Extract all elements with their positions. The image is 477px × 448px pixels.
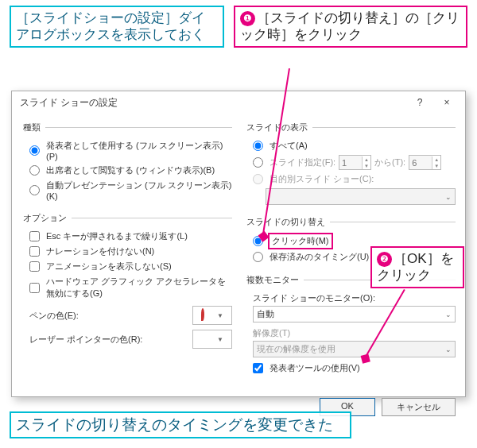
label-no-narration: ナレーションを付けない(N) [46, 245, 154, 257]
group-show-type-legend: 種類 [21, 122, 45, 133]
spin-to[interactable]: ▲▼ [409, 155, 441, 170]
step1-text: ［スライドの切り替え］の［クリック時］をクリック [240, 10, 460, 42]
check-loop-esc[interactable] [29, 231, 40, 241]
label-disable-hw-accel: ハードウェア グラフィック アクセラレータを無効にする(G) [46, 276, 232, 299]
step1-number: ❶ [240, 11, 255, 26]
group-show-options: オプション Esc キーが押されるまで繰り返す(L) ナレーションを付けない(N… [21, 212, 232, 352]
check-disable-hw-accel[interactable] [29, 283, 40, 293]
callout-step1: ❶［スライドの切り替え］の［クリック時］をクリック [234, 6, 467, 48]
select-custom-show: ⌄ [266, 188, 456, 205]
label-resolution: 解像度(T) [253, 327, 456, 339]
radio-custom-show [253, 174, 263, 184]
label-loop-esc: Esc キーが押されるまで繰り返す(L) [46, 230, 188, 242]
label-presenter-full: 発表者として使用する (フル スクリーン表示)(P) [46, 140, 232, 161]
cancel-button[interactable]: キャンセル [382, 398, 456, 416]
label-to: から(T): [374, 156, 405, 168]
radio-presenter-full[interactable] [29, 145, 40, 156]
chevron-down-icon: ⌄ [445, 311, 452, 319]
spin-from-value [339, 156, 362, 169]
chevron-down-icon: ⌄ [445, 346, 452, 353]
label-advance-timings: 保存済みのタイミング(U) [270, 251, 369, 263]
step2-number: ❷ [377, 252, 392, 267]
radio-browse-window[interactable] [29, 165, 40, 176]
check-no-animation[interactable] [29, 261, 40, 272]
laser-color-picker[interactable]: ▼ [192, 330, 232, 349]
pen-icon [201, 308, 204, 321]
group-multiple-monitors: 複数モニター スライド ショーのモニター(O): 自動 ⌄ 解像度(T) 現在の… [245, 274, 456, 377]
label-laser-color: レーザー ポインターの色(R): [29, 334, 142, 346]
titlebar: スライド ショーの設定 ? × [12, 91, 465, 114]
left-column: 種類 発表者として使用する (フル スクリーン表示)(P) 出席者として閲覧する… [21, 117, 232, 385]
chevron-down-icon: ⌄ [445, 193, 452, 201]
close-button[interactable]: × [433, 93, 460, 112]
check-no-narration[interactable] [29, 246, 40, 257]
label-no-animation: アニメーションを表示しない(S) [46, 261, 172, 272]
radio-slides-all[interactable] [253, 141, 263, 151]
group-show-slides: スライドの表示 すべて(A) スライド指定(F): ▲▼ から(T): ▲▼ 目… [245, 122, 456, 208]
callout-intro: ［スライドショーの設定］ダイアログボックスを表示しておく [10, 6, 224, 48]
slideshow-settings-dialog: スライド ショーの設定 ? × 種類 発表者として使用する (フル スクリーン表… [11, 91, 466, 397]
callout-result: スライドの切り替えのタイミングを変更できた [10, 411, 351, 438]
group-multiple-monitors-legend: 複数モニター [245, 274, 304, 286]
select-resolution: 現在の解像度を使用 ⌄ [253, 341, 456, 357]
group-advance-slides-legend: スライドの切り替え [245, 216, 330, 228]
label-custom-show: 目的別スライド ショー(C): [270, 173, 374, 185]
label-advance-click: クリック時(M) [270, 234, 332, 248]
callout-step2: ❷［OK］をクリック [370, 246, 464, 288]
chevron-down-icon: ▼ [217, 336, 223, 343]
label-presenter-view: 発表者ツールの使用(V) [270, 362, 360, 374]
help-button[interactable]: ? [406, 93, 433, 112]
radio-kiosk-full[interactable] [29, 185, 40, 195]
select-monitor-value: 自動 [257, 308, 274, 320]
dialog-title: スライド ショーの設定 [20, 96, 406, 110]
label-slides-range: スライド指定(F): [270, 156, 335, 168]
chevron-down-icon: ▼ [217, 312, 223, 319]
label-browse-window: 出席者として閲覧する (ウィンドウ表示)(B) [46, 164, 215, 176]
label-pen-color: ペンの色(E): [29, 310, 79, 322]
spin-from[interactable]: ▲▼ [339, 155, 371, 170]
spin-to-value [409, 156, 432, 169]
label-kiosk-full: 自動プレゼンテーション (フル スクリーン表示)(K) [46, 180, 232, 201]
select-monitor[interactable]: 自動 ⌄ [253, 306, 456, 322]
label-monitor: スライド ショーのモニター(O): [253, 292, 456, 304]
select-resolution-value: 現在の解像度を使用 [257, 343, 335, 355]
group-show-options-legend: オプション [21, 212, 72, 224]
radio-slides-range[interactable] [253, 157, 263, 168]
pen-color-picker[interactable]: ▼ [192, 306, 232, 325]
group-show-type: 種類 発表者として使用する (フル スクリーン表示)(P) 出席者として閲覧する… [21, 122, 232, 204]
check-presenter-view[interactable] [253, 363, 263, 373]
radio-advance-timings[interactable] [253, 252, 263, 262]
